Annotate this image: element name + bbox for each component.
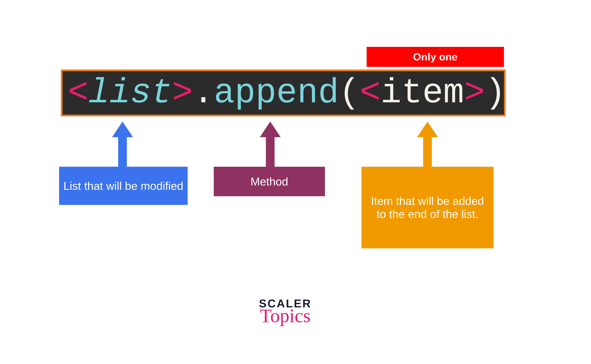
list-description-text: List that will be modified — [63, 179, 183, 192]
code-list-token: list — [89, 73, 172, 113]
angle-open-1: < — [68, 73, 89, 113]
code-dot: . — [193, 73, 214, 113]
method-description-text: Method — [250, 175, 288, 188]
arrow-up-icon — [417, 122, 438, 137]
paren-open: ( — [339, 73, 360, 113]
code-item-token: item — [381, 73, 464, 113]
item-description-text: Item that will be added to the end of th… — [367, 195, 488, 221]
arrow-up-icon — [260, 122, 281, 137]
code-syntax-box: <list>.append(<item>) — [61, 70, 506, 116]
logo-line-2: Topics — [259, 305, 312, 327]
arrow-up-icon — [112, 122, 133, 137]
list-description-label: List that will be modified — [59, 167, 188, 205]
code-append-token: append — [214, 73, 339, 113]
arrow-stem — [423, 137, 432, 167]
method-description-label: Method — [214, 167, 325, 196]
item-description-label: Item that will be added to the end of th… — [361, 167, 493, 248]
angle-open-2: < — [360, 73, 381, 113]
only-one-badge: Only one — [367, 47, 504, 67]
arrow-stem — [266, 137, 275, 167]
angle-close-1: > — [172, 73, 193, 113]
arrow-stem — [118, 137, 127, 167]
paren-close: ) — [485, 73, 506, 113]
scaler-topics-logo: SCALER Topics — [259, 297, 312, 327]
angle-close-2: > — [464, 73, 485, 113]
only-one-label: Only one — [413, 51, 458, 63]
